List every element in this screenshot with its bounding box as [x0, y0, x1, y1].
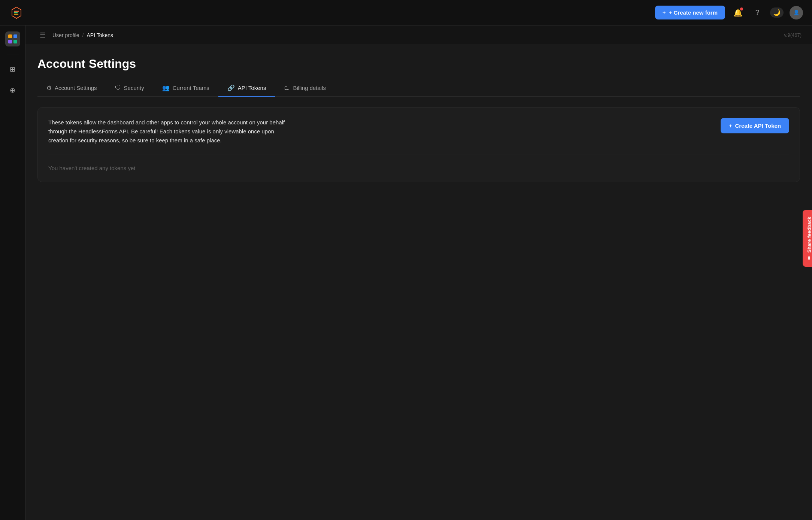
breadcrumb-user-profile[interactable]: User profile: [52, 32, 79, 38]
user-avatar-button[interactable]: 👤: [790, 6, 803, 19]
top-navbar: + + Create new form 🔔 ? 🌙 👤: [0, 0, 812, 25]
token-card: These tokens allow the dashboard and oth…: [37, 107, 800, 182]
svg-rect-2: [13, 34, 17, 38]
tab-billing-details[interactable]: 🗂 Billing details: [275, 80, 335, 97]
feedback-label: Share feedback: [806, 217, 812, 253]
main-content: ☰ User profile / API Tokens v.9(467) Acc…: [25, 25, 812, 194]
breadcrumb-current: API Tokens: [87, 32, 113, 38]
tab-account-settings-label: Account Settings: [55, 85, 97, 91]
create-api-token-button[interactable]: + Create API Token: [721, 118, 789, 133]
sidebar-icon: ☰: [40, 31, 46, 39]
page-inner: Account Settings ⚙ Account Settings 🛡 Se…: [25, 45, 812, 194]
tab-current-teams[interactable]: 👥 Current Teams: [153, 80, 218, 97]
svg-rect-4: [13, 40, 17, 43]
sidebar-workspace-avatar[interactable]: [5, 31, 20, 46]
sidebar-toggle-button[interactable]: ☰: [36, 28, 49, 42]
breadcrumb-separator: /: [82, 32, 84, 38]
link-icon: 🔗: [227, 84, 235, 91]
empty-message: You haven't created any tokens yet: [48, 165, 135, 171]
svg-rect-1: [8, 34, 12, 38]
token-description: These tokens allow the dashboard and oth…: [48, 118, 288, 145]
plus-icon: ⊕: [10, 86, 15, 94]
grid-icon: ⊞: [10, 65, 15, 73]
create-form-label: + Create new form: [669, 9, 718, 16]
breadcrumb-bar: ☰ User profile / API Tokens v.9(467): [25, 25, 812, 45]
help-button[interactable]: ?: [751, 6, 764, 19]
tab-account-settings[interactable]: ⚙ Account Settings: [37, 80, 106, 97]
question-icon: ?: [755, 8, 759, 17]
gear-icon: ⚙: [46, 84, 52, 91]
tab-security[interactable]: 🛡 Security: [106, 80, 153, 97]
sidebar-divider: [7, 54, 19, 54]
moon-icon: 🌙: [773, 9, 781, 16]
tab-billing-details-label: Billing details: [293, 85, 326, 91]
create-api-token-label: Create API Token: [735, 123, 781, 129]
avatar-icon: 👤: [793, 10, 800, 15]
token-empty-state: You haven't created any tokens yet: [48, 154, 789, 182]
share-feedback-button[interactable]: ✏ Share feedback: [803, 210, 812, 266]
app-logo[interactable]: [9, 5, 24, 20]
nav-actions: + + Create new form 🔔 ? 🌙 👤: [655, 6, 803, 19]
create-form-button[interactable]: + + Create new form: [655, 6, 725, 19]
card-icon: 🗂: [284, 85, 290, 91]
tab-current-teams-label: Current Teams: [173, 85, 209, 91]
sidebar-add-button[interactable]: ⊕: [5, 83, 20, 98]
plus-icon: +: [663, 9, 666, 16]
tab-api-tokens-label: API Tokens: [238, 85, 266, 91]
svg-rect-3: [8, 40, 12, 43]
version-label: v.9(467): [784, 32, 802, 38]
left-sidebar: ⊞ ⊕: [0, 25, 25, 520]
notification-badge: [740, 7, 743, 10]
people-icon: 👥: [162, 84, 170, 91]
breadcrumb: ☰ User profile / API Tokens: [36, 28, 113, 42]
theme-toggle-button[interactable]: 🌙: [770, 7, 784, 18]
page-title: Account Settings: [37, 57, 800, 71]
tab-api-tokens[interactable]: 🔗 API Tokens: [218, 80, 275, 97]
pencil-icon: ✏: [806, 256, 812, 260]
plus-icon: +: [729, 123, 732, 129]
token-card-top: These tokens allow the dashboard and oth…: [48, 118, 789, 154]
shield-icon: 🛡: [115, 85, 121, 91]
tab-security-label: Security: [124, 85, 144, 91]
sidebar-apps-button[interactable]: ⊞: [5, 62, 20, 77]
tabs-row: ⚙ Account Settings 🛡 Security 👥 Current …: [37, 80, 800, 97]
notifications-button[interactable]: 🔔: [731, 6, 745, 19]
